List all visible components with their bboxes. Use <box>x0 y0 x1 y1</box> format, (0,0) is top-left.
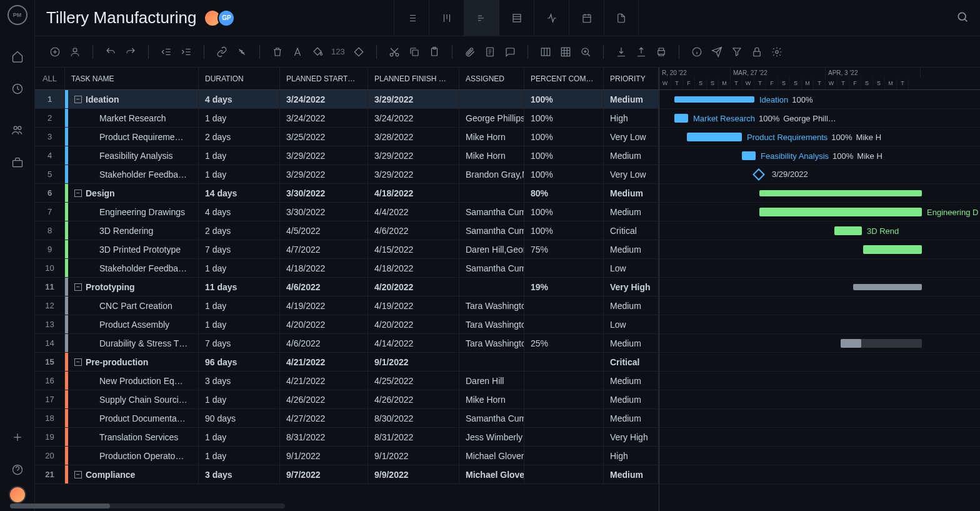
start-cell[interactable]: 3/24/2022 <box>280 109 368 127</box>
add-button[interactable] <box>46 43 64 61</box>
task-name-cell[interactable]: Production Operato… <box>68 447 199 465</box>
milestone-diamond[interactable] <box>752 168 765 181</box>
task-name-cell[interactable]: Stakeholder Feedba… <box>68 259 199 277</box>
paste-button[interactable] <box>426 43 443 61</box>
priority-cell[interactable]: Medium <box>604 146 659 164</box>
start-cell[interactable]: 4/6/2022 <box>280 278 368 296</box>
zoom-button[interactable] <box>577 43 594 61</box>
percent-cell[interactable]: 100% <box>524 221 604 240</box>
duration-cell[interactable]: 1 day <box>199 390 280 408</box>
priority-cell[interactable]: Medium <box>604 90 659 108</box>
gantt-bar[interactable]: Market Research100%George Phill… <box>674 114 688 123</box>
priority-cell[interactable]: Critical <box>604 353 659 371</box>
collapse-icon[interactable]: − <box>74 96 82 103</box>
task-name-cell[interactable]: Engineering Drawings <box>68 203 199 221</box>
col-finish[interactable]: PLANNED FINISH … <box>368 68 459 89</box>
start-cell[interactable]: 3/29/2022 <box>280 165 368 183</box>
start-cell[interactable]: 4/6/2022 <box>280 334 368 352</box>
gantt-bar[interactable]: Product Requirements100%Mike H <box>687 133 742 141</box>
start-cell[interactable]: 9/7/2022 <box>280 465 368 483</box>
assigned-cell[interactable]: Tara Washingto <box>459 334 524 352</box>
col-duration[interactable]: DURATION <box>199 68 280 89</box>
list-view-tab[interactable] <box>394 0 429 36</box>
duration-cell[interactable]: 11 days <box>199 278 280 296</box>
task-name-cell[interactable]: Supply Chain Sourci… <box>68 390 199 408</box>
app-logo[interactable]: PM <box>8 5 28 25</box>
task-name-cell[interactable]: −Design <box>68 184 199 202</box>
finish-cell[interactable]: 4/15/2022 <box>368 240 459 258</box>
task-name-cell[interactable]: Market Research <box>68 109 199 127</box>
priority-cell[interactable]: Very High <box>604 428 659 446</box>
gantt-bar[interactable]: 3D Rend <box>834 226 862 235</box>
comment-button[interactable] <box>501 43 519 61</box>
priority-cell[interactable]: Very Low <box>604 165 659 183</box>
percent-cell[interactable] <box>524 372 604 390</box>
percent-cell[interactable] <box>524 465 604 483</box>
redo-button[interactable] <box>122 43 139 61</box>
finish-cell[interactable]: 4/26/2022 <box>368 390 459 408</box>
priority-cell[interactable]: Medium <box>604 184 659 202</box>
start-cell[interactable]: 9/1/2022 <box>280 447 368 465</box>
percent-cell[interactable] <box>524 428 604 446</box>
task-name-cell[interactable]: −Pre-production <box>68 353 199 371</box>
assign-button[interactable] <box>66 43 84 61</box>
priority-cell[interactable]: Very Low <box>604 128 659 146</box>
assigned-cell[interactable]: Tara Washingto <box>459 315 524 333</box>
files-view-tab[interactable] <box>604 0 639 36</box>
gantt-bar[interactable]: Ideation100% <box>674 96 754 103</box>
assigned-cell[interactable]: Michael Glover <box>459 447 524 465</box>
assigned-cell[interactable]: Mike Horn <box>459 146 524 164</box>
finish-cell[interactable]: 8/30/2022 <box>368 409 459 427</box>
finish-cell[interactable]: 4/25/2022 <box>368 372 459 390</box>
assigned-cell[interactable]: George Phillips <box>459 109 524 127</box>
finish-cell[interactable]: 3/29/2022 <box>368 146 459 164</box>
table-row[interactable]: 93D Printed Prototype7 days4/7/20224/15/… <box>35 240 659 259</box>
task-name-cell[interactable]: 3D Rendering <box>68 221 199 240</box>
delete-button[interactable] <box>269 43 286 61</box>
percent-cell[interactable]: 100% <box>524 90 604 108</box>
start-cell[interactable]: 4/18/2022 <box>280 259 368 277</box>
assigned-cell[interactable] <box>459 278 524 296</box>
duration-cell[interactable]: 4 days <box>199 203 280 221</box>
assigned-cell[interactable]: Daren Hill,Geor <box>459 240 524 258</box>
assigned-cell[interactable] <box>459 90 524 108</box>
finish-cell[interactable]: 4/6/2022 <box>368 221 459 240</box>
gantt-bar[interactable] <box>853 284 922 290</box>
finish-cell[interactable]: 9/1/2022 <box>368 447 459 465</box>
collapse-icon[interactable]: − <box>74 471 82 478</box>
priority-cell[interactable]: Medium <box>604 203 659 221</box>
table-row[interactable]: 10Stakeholder Feedba…1 day4/18/20224/18/… <box>35 259 659 278</box>
duration-cell[interactable]: 1 day <box>199 109 280 127</box>
assigned-cell[interactable]: Samantha Cum <box>459 409 524 427</box>
assigned-cell[interactable]: Michael Glover <box>459 465 524 483</box>
finish-cell[interactable]: 4/18/2022 <box>368 184 459 202</box>
task-name-cell[interactable]: Feasibility Analysis <box>68 146 199 164</box>
percent-cell[interactable] <box>524 315 604 333</box>
duration-cell[interactable]: 1 day <box>199 428 280 446</box>
table-row[interactable]: 6−Design14 days3/30/20224/18/202280%Medi… <box>35 184 659 203</box>
start-cell[interactable]: 4/19/2022 <box>280 296 368 315</box>
duration-cell[interactable]: 90 days <box>199 409 280 427</box>
briefcase-icon[interactable] <box>10 155 25 170</box>
finish-cell[interactable]: 4/20/2022 <box>368 315 459 333</box>
task-name-cell[interactable]: Durability & Stress T… <box>68 334 199 352</box>
table-row[interactable]: 7Engineering Drawings4 days3/30/20224/4/… <box>35 203 659 221</box>
finish-cell[interactable]: 4/20/2022 <box>368 278 459 296</box>
start-cell[interactable]: 3/30/2022 <box>280 184 368 202</box>
finish-cell[interactable]: 3/29/2022 <box>368 90 459 108</box>
percent-cell[interactable]: 100% <box>524 128 604 146</box>
table-row[interactable]: 21−Compliance3 days9/7/20229/9/2022Micha… <box>35 465 659 484</box>
assigned-cell[interactable]: Jess Wimberly <box>459 428 524 446</box>
duration-cell[interactable]: 3 days <box>199 372 280 390</box>
duration-cell[interactable]: 1 day <box>199 146 280 164</box>
duration-cell[interactable]: 1 day <box>199 259 280 277</box>
duration-cell[interactable]: 1 day <box>199 296 280 315</box>
table-row[interactable]: 1−Ideation4 days3/24/20223/29/2022100%Me… <box>35 90 659 109</box>
fill-button[interactable] <box>309 43 326 61</box>
user-avatar[interactable] <box>9 486 26 503</box>
send-button[interactable] <box>708 43 726 61</box>
task-name-cell[interactable]: Translation Services <box>68 428 199 446</box>
task-name-cell[interactable]: 3D Printed Prototype <box>68 240 199 258</box>
col-all[interactable]: ALL <box>35 68 65 89</box>
percent-cell[interactable] <box>524 259 604 277</box>
